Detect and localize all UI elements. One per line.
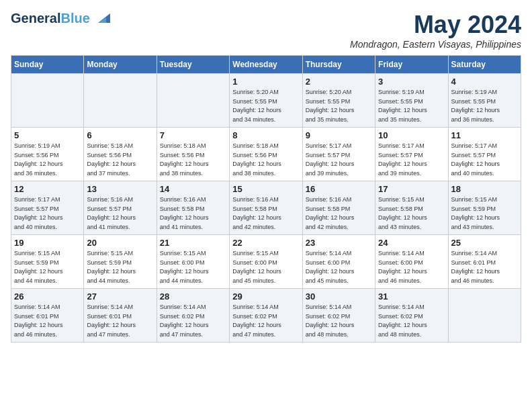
day-cell: 31Sunrise: 5:14 AM Sunset: 6:02 PM Dayli… [375,289,448,342]
day-number: 17 [378,184,445,194]
calendar-table: SundayMondayTuesdayWednesdayThursdayFrid… [11,55,521,342]
day-cell: 13Sunrise: 5:16 AM Sunset: 5:57 PM Dayli… [84,181,157,235]
day-info: Sunrise: 5:15 AM Sunset: 6:00 PM Dayligh… [160,249,226,285]
day-number: 31 [378,291,445,302]
day-number: 26 [14,291,81,302]
day-cell: 7Sunrise: 5:18 AM Sunset: 5:56 PM Daylig… [157,128,229,181]
day-number: 23 [306,238,372,248]
day-cell: 6Sunrise: 5:18 AM Sunset: 5:56 PM Daylig… [84,128,157,181]
day-info: Sunrise: 5:14 AM Sunset: 6:02 PM Dayligh… [160,303,226,339]
logo-icon [91,11,110,26]
day-number: 30 [306,291,372,302]
day-cell: 11Sunrise: 5:17 AM Sunset: 5:57 PM Dayli… [448,128,521,181]
day-cell: 9Sunrise: 5:17 AM Sunset: 5:57 PM Daylig… [302,128,375,181]
day-cell: 30Sunrise: 5:14 AM Sunset: 6:02 PM Dayli… [302,289,375,342]
day-cell: 4Sunrise: 5:19 AM Sunset: 5:55 PM Daylig… [448,74,521,128]
day-info: Sunrise: 5:14 AM Sunset: 6:02 PM Dayligh… [306,303,372,339]
day-cell: 15Sunrise: 5:16 AM Sunset: 5:58 PM Dayli… [230,181,302,235]
day-cell: 2Sunrise: 5:20 AM Sunset: 5:55 PM Daylig… [302,74,375,128]
day-cell: 5Sunrise: 5:19 AM Sunset: 5:56 PM Daylig… [11,128,84,181]
day-number: 12 [14,184,81,194]
day-number: 2 [306,77,372,87]
day-cell: 3Sunrise: 5:19 AM Sunset: 5:55 PM Daylig… [375,74,448,128]
day-cell [448,289,521,342]
day-info: Sunrise: 5:19 AM Sunset: 5:55 PM Dayligh… [378,88,445,124]
col-header-monday: Monday [84,56,157,74]
day-cell: 26Sunrise: 5:14 AM Sunset: 6:01 PM Dayli… [11,289,84,342]
day-info: Sunrise: 5:20 AM Sunset: 5:55 PM Dayligh… [306,88,372,124]
day-number: 13 [87,184,153,194]
week-row-4: 19Sunrise: 5:15 AM Sunset: 5:59 PM Dayli… [11,235,521,289]
day-info: Sunrise: 5:14 AM Sunset: 6:00 PM Dayligh… [306,249,372,285]
day-info: Sunrise: 5:16 AM Sunset: 5:58 PM Dayligh… [160,195,226,232]
day-number: 6 [87,130,153,140]
day-info: Sunrise: 5:15 AM Sunset: 6:00 PM Dayligh… [232,249,299,285]
day-cell [84,74,157,128]
day-info: Sunrise: 5:16 AM Sunset: 5:58 PM Dayligh… [232,195,299,232]
day-cell: 25Sunrise: 5:14 AM Sunset: 6:01 PM Dayli… [448,235,521,289]
month-title: May 2024 [350,11,521,39]
day-number: 19 [14,238,81,248]
day-number: 7 [160,130,226,140]
week-row-2: 5Sunrise: 5:19 AM Sunset: 5:56 PM Daylig… [11,128,521,181]
day-info: Sunrise: 5:14 AM Sunset: 6:02 PM Dayligh… [378,303,445,339]
day-cell: 23Sunrise: 5:14 AM Sunset: 6:00 PM Dayli… [302,235,375,289]
day-number: 11 [451,130,518,140]
day-cell: 12Sunrise: 5:17 AM Sunset: 5:57 PM Dayli… [11,181,84,235]
day-number: 28 [160,291,226,302]
day-number: 9 [306,130,372,140]
header: GeneralBlue May 2024 Mondragon, Eastern … [11,11,521,50]
day-number: 8 [232,130,299,140]
day-number: 5 [14,130,81,140]
logo-general: General [11,11,60,26]
day-number: 1 [232,77,299,87]
logo-blue: Blue [60,11,89,26]
day-cell: 22Sunrise: 5:15 AM Sunset: 6:00 PM Dayli… [230,235,302,289]
day-info: Sunrise: 5:15 AM Sunset: 5:59 PM Dayligh… [87,249,153,285]
location-title: Mondragon, Eastern Visayas, Philippines [350,39,521,50]
day-number: 27 [87,291,153,302]
day-info: Sunrise: 5:18 AM Sunset: 5:56 PM Dayligh… [160,142,226,178]
day-number: 25 [451,238,518,248]
week-row-1: 1Sunrise: 5:20 AM Sunset: 5:55 PM Daylig… [11,74,521,128]
day-info: Sunrise: 5:14 AM Sunset: 6:02 PM Dayligh… [232,303,299,339]
day-cell: 10Sunrise: 5:17 AM Sunset: 5:57 PM Dayli… [375,128,448,181]
day-number: 22 [232,238,299,248]
day-info: Sunrise: 5:14 AM Sunset: 6:01 PM Dayligh… [14,303,81,339]
week-row-5: 26Sunrise: 5:14 AM Sunset: 6:01 PM Dayli… [11,289,521,342]
day-number: 4 [451,77,518,87]
col-header-saturday: Saturday [448,56,521,74]
day-info: Sunrise: 5:19 AM Sunset: 5:55 PM Dayligh… [451,88,518,124]
day-info: Sunrise: 5:15 AM Sunset: 5:58 PM Dayligh… [378,195,445,232]
day-cell: 18Sunrise: 5:15 AM Sunset: 5:59 PM Dayli… [448,181,521,235]
logo: GeneralBlue [11,11,110,26]
day-cell: 28Sunrise: 5:14 AM Sunset: 6:02 PM Dayli… [157,289,229,342]
day-info: Sunrise: 5:14 AM Sunset: 6:00 PM Dayligh… [378,249,445,285]
day-cell: 20Sunrise: 5:15 AM Sunset: 5:59 PM Dayli… [84,235,157,289]
day-cell [11,74,84,128]
title-area: May 2024 Mondragon, Eastern Visayas, Phi… [350,11,521,50]
day-info: Sunrise: 5:17 AM Sunset: 5:57 PM Dayligh… [451,142,518,178]
col-header-sunday: Sunday [11,56,84,74]
day-cell: 17Sunrise: 5:15 AM Sunset: 5:58 PM Dayli… [375,181,448,235]
day-info: Sunrise: 5:20 AM Sunset: 5:55 PM Dayligh… [232,88,299,124]
col-header-wednesday: Wednesday [230,56,302,74]
day-cell: 19Sunrise: 5:15 AM Sunset: 5:59 PM Dayli… [11,235,84,289]
day-number: 18 [451,184,518,194]
day-number: 10 [378,130,445,140]
day-number: 15 [232,184,299,194]
day-cell: 29Sunrise: 5:14 AM Sunset: 6:02 PM Dayli… [230,289,302,342]
day-cell: 1Sunrise: 5:20 AM Sunset: 5:55 PM Daylig… [230,74,302,128]
day-number: 24 [378,238,445,248]
day-cell: 24Sunrise: 5:14 AM Sunset: 6:00 PM Dayli… [375,235,448,289]
day-cell: 14Sunrise: 5:16 AM Sunset: 5:58 PM Dayli… [157,181,229,235]
day-cell: 27Sunrise: 5:14 AM Sunset: 6:01 PM Dayli… [84,289,157,342]
day-info: Sunrise: 5:15 AM Sunset: 5:59 PM Dayligh… [14,249,81,285]
day-info: Sunrise: 5:18 AM Sunset: 5:56 PM Dayligh… [232,142,299,178]
day-cell: 8Sunrise: 5:18 AM Sunset: 5:56 PM Daylig… [230,128,302,181]
day-number: 14 [160,184,226,194]
day-info: Sunrise: 5:17 AM Sunset: 5:57 PM Dayligh… [14,195,81,232]
col-header-friday: Friday [375,56,448,74]
col-header-tuesday: Tuesday [157,56,229,74]
day-info: Sunrise: 5:15 AM Sunset: 5:59 PM Dayligh… [451,195,518,232]
